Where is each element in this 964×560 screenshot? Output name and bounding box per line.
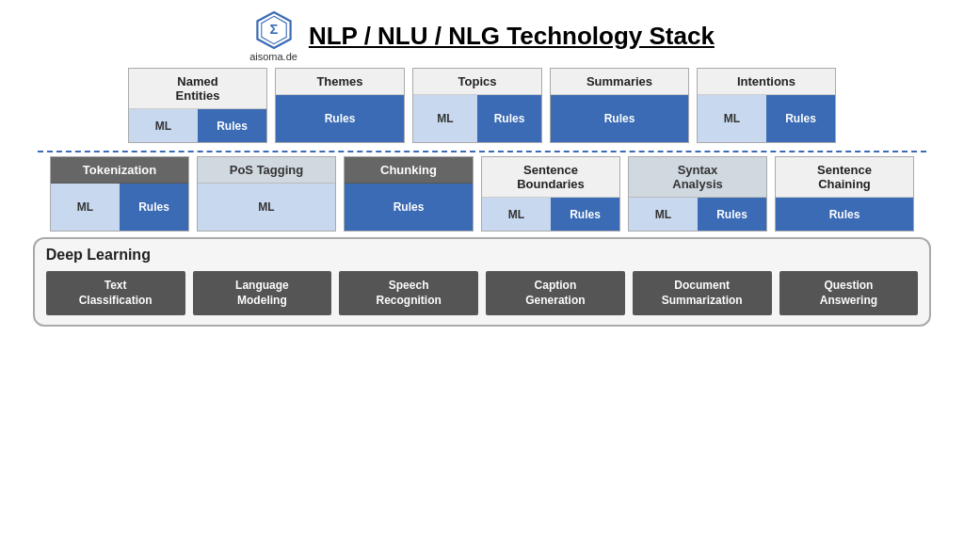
card-topics-body: ML Rules (413, 95, 541, 142)
card-pos-tagging-title: PoS Tagging (198, 157, 335, 184)
dl-chip-document-summarization: DocumentSummarization (633, 271, 772, 315)
card-syntax-analysis-body: ML Rules (629, 198, 766, 231)
chip-summaries-rules: Rules (551, 95, 688, 142)
deep-learning-box: Deep Learning TextClassification Languag… (33, 237, 931, 327)
page-header: Σ aisoma.de NLP / NLU / NLG Technology S… (249, 9, 715, 62)
chip-chunking-rules: Rules (345, 184, 473, 231)
card-sentence-chaining-body: Rules (776, 198, 913, 231)
card-themes: Themes Rules (275, 68, 405, 143)
nlu-row: NamedEntities ML Rules Themes Rules Topi… (19, 68, 945, 143)
card-named-entities: NamedEntities ML Rules (128, 68, 267, 143)
svg-text:Σ: Σ (269, 22, 278, 37)
logo-icon: Σ (253, 9, 295, 51)
card-sentence-boundaries: SentenceBoundaries ML Rules (481, 156, 620, 232)
dl-chip-text-classification: TextClassification (46, 271, 185, 315)
card-summaries-title: Summaries (551, 69, 688, 95)
mid-row: Tokenization ML Rules PoS Tagging ML Chu… (19, 156, 945, 232)
card-pos-tagging-body: ML (198, 184, 335, 231)
card-named-entities-title: NamedEntities (129, 69, 266, 109)
card-sentence-chaining: SentenceChaining Rules (775, 156, 914, 232)
logo-text: aisoma.de (249, 51, 297, 62)
card-syntax-analysis-title: SyntaxAnalysis (629, 157, 766, 198)
card-tokenization-title: Tokenization (51, 157, 188, 184)
dl-chip-question-answering: QuestionAnswering (779, 271, 919, 315)
deep-learning-chips-row: TextClassification LanguageModeling Spee… (46, 271, 918, 315)
chip-topics-rules: Rules (477, 95, 541, 142)
card-chunking-title: Chunking (345, 157, 473, 184)
card-topics-title: Topics (413, 69, 541, 95)
chip-pos-ml: ML (198, 184, 335, 231)
card-summaries: Summaries Rules (550, 68, 689, 143)
card-topics: Topics ML Rules (412, 68, 542, 143)
dl-chip-caption-generation: CaptionGeneration (486, 271, 625, 315)
card-intentions: Intentions ML Rules (697, 68, 836, 143)
card-sentence-chaining-title: SentenceChaining (776, 157, 913, 198)
card-named-entities-body: ML Rules (129, 109, 266, 142)
chip-tokenization-rules: Rules (120, 184, 188, 231)
card-sentence-boundaries-body: ML Rules (482, 198, 619, 231)
chip-named-entities-ml: ML (129, 109, 198, 142)
dl-chip-language-modeling: LanguageModeling (193, 271, 332, 315)
chip-syntax-ml: ML (629, 198, 698, 231)
card-summaries-body: Rules (551, 95, 688, 142)
card-tokenization: Tokenization ML Rules (50, 156, 189, 232)
card-pos-tagging: PoS Tagging ML (197, 156, 336, 232)
card-chunking-body: Rules (345, 184, 473, 231)
chip-themes-rules: Rules (276, 95, 404, 142)
card-chunking: Chunking Rules (344, 156, 474, 232)
dashed-divider (38, 151, 927, 152)
chip-topics-ml: ML (413, 95, 477, 142)
chip-sentence-boundaries-rules: Rules (551, 198, 619, 231)
card-sentence-boundaries-title: SentenceBoundaries (482, 157, 619, 198)
card-syntax-analysis: SyntaxAnalysis ML Rules (628, 156, 767, 232)
chip-named-entities-rules: Rules (198, 109, 266, 142)
chip-sentence-chaining-rules: Rules (776, 198, 913, 231)
chip-tokenization-ml: ML (51, 184, 120, 231)
dl-chip-speech-recognition: SpeechRecognition (339, 271, 478, 315)
page-title: NLP / NLU / NLG Technology Stack (309, 22, 715, 51)
card-themes-body: Rules (276, 95, 404, 142)
card-intentions-title: Intentions (698, 69, 835, 95)
chip-sentence-boundaries-ml: ML (482, 198, 551, 231)
chip-syntax-rules: Rules (698, 198, 766, 231)
deep-learning-title: Deep Learning (46, 247, 918, 264)
card-tokenization-body: ML Rules (51, 184, 188, 231)
chip-intentions-ml: ML (698, 95, 766, 142)
logo-container: Σ aisoma.de (249, 9, 297, 62)
card-themes-title: Themes (276, 69, 404, 95)
chip-intentions-rules: Rules (766, 95, 835, 142)
card-intentions-body: ML Rules (698, 95, 835, 142)
